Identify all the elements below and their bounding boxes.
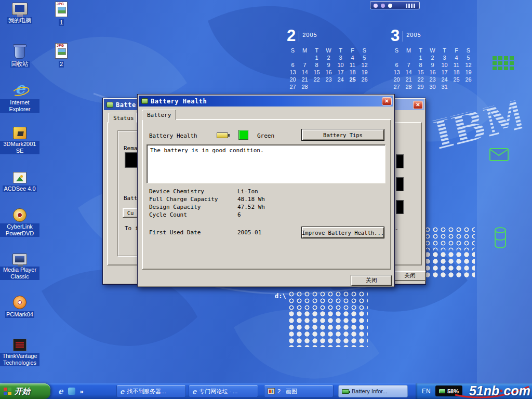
- calendar-day: 11: [347, 62, 358, 68]
- calendar-day: 13: [391, 69, 403, 75]
- calendar-day: 5: [358, 55, 370, 61]
- calendar-day: 10: [438, 62, 450, 68]
- desktop-icon-label: ACDSee 4.0: [3, 185, 36, 192]
- condition-textbox: The battery is in good condition.: [147, 144, 385, 183]
- tab-status[interactable]: Status: [108, 113, 139, 123]
- drive-label: d:\: [275, 292, 286, 300]
- desktop-icon-recycle-bin[interactable]: 回收站: [0, 44, 39, 68]
- battery-icon: [217, 132, 228, 138]
- calendar-day: 17: [438, 69, 450, 75]
- improve-battery-health-button[interactable]: Improve Battery Health...: [302, 227, 384, 238]
- ie-quicklaunch-icon[interactable]: e: [58, 387, 63, 396]
- taskbar-task-server-not-found[interactable]: e 找不到服务器...: [116, 385, 186, 397]
- battery-health-titlebar[interactable]: Battery Health ✕: [139, 96, 393, 107]
- field-label: Device Chemistry: [149, 188, 204, 195]
- desktop-icon-label: Media Player Classic: [0, 267, 39, 280]
- calendar-weekday: F: [347, 47, 358, 54]
- note-label: To i: [125, 225, 139, 232]
- battery-health-label: Battery Health: [149, 132, 197, 139]
- wallpaper-toolbar-art: [370, 1, 420, 9]
- desktop-icon-label: Internet Explorer: [0, 99, 39, 113]
- desktop-icon-powerdvd[interactable]: CyberLink PowerDVD: [0, 207, 39, 237]
- file-label: 1: [59, 19, 64, 26]
- calendar-grid: SMTWTFS123456789101112131415161718192021…: [287, 47, 375, 90]
- calendar-day: 4: [347, 55, 358, 61]
- media-quicklaunch-icon[interactable]: [68, 388, 75, 395]
- file-icon-jpg-1[interactable]: JPG 1: [46, 1, 77, 26]
- calendar-separator: [403, 31, 403, 42]
- calendar-march: 3 2005 SMTWTFS12345678910111213141516171…: [391, 28, 479, 90]
- powerdvd-icon: [13, 208, 26, 222]
- start-button[interactable]: 开始: [0, 383, 50, 399]
- task-label: Battery Infor...: [352, 388, 387, 394]
- calendar-year: 2005: [406, 32, 421, 38]
- close-icon[interactable]: ✕: [382, 97, 392, 105]
- battery-gauge: [125, 152, 138, 168]
- tab-label: Status: [113, 115, 134, 122]
- jpg-file-icon: JPG: [55, 2, 68, 17]
- desktop-icon-acdsee[interactable]: ACDSee 4.0: [0, 169, 39, 193]
- calendar-day: 11: [450, 62, 462, 68]
- calendar-weekday: F: [450, 47, 462, 54]
- calendar-day: 16: [427, 69, 438, 75]
- calendar-day: [323, 84, 335, 90]
- calendar-day: 26: [462, 76, 474, 83]
- battery-mini-icon: [439, 389, 445, 393]
- wallpaper-grid-icon: [493, 56, 497, 60]
- desktop-icon-label: PCMark04: [5, 311, 34, 318]
- calendar-day: 10: [335, 62, 347, 68]
- close-button[interactable]: 关闭: [351, 275, 392, 286]
- desktop-icon-media-player-classic[interactable]: Media Player Classic: [0, 251, 39, 281]
- desktop-icon-internet-explorer[interactable]: Internet Explorer: [0, 82, 39, 113]
- calendar-day: 26: [358, 76, 370, 83]
- calendar-day: [347, 84, 358, 90]
- calendar-day: 12: [462, 62, 474, 68]
- quicklaunch-overflow-chevron[interactable]: »: [80, 388, 84, 395]
- jpg-file-icon: JPG: [55, 43, 68, 59]
- calendar-day: [287, 55, 299, 61]
- close-icon[interactable]: ✕: [413, 101, 423, 109]
- desktop-icon-thinkvantage[interactable]: ThinkVantage Technologies: [0, 337, 39, 367]
- calendar-day: 3: [438, 55, 450, 61]
- first-used-value: 2005-01: [237, 229, 261, 236]
- language-indicator[interactable]: EN: [422, 388, 431, 395]
- desktop-icon-my-computer[interactable]: 我的电脑: [0, 1, 39, 24]
- calendar-day: 4: [450, 55, 462, 61]
- field-value: 6: [237, 211, 241, 218]
- taskbar-task-paint[interactable]: 2 - 画图: [264, 385, 334, 397]
- condition-text: The battery is in good condition.: [150, 147, 264, 154]
- calendar-weekday: S: [391, 47, 403, 54]
- calendar-day: 14: [403, 69, 415, 75]
- desktop-icon-3dmark2001[interactable]: 3DMark2001 SE: [0, 125, 39, 155]
- tab-battery[interactable]: Battery: [142, 110, 176, 120]
- close-button[interactable]: 关闭: [394, 271, 426, 281]
- calendar-weekday: S: [462, 47, 474, 54]
- calendar-day: 1: [311, 55, 323, 61]
- file-icon-jpg-2[interactable]: JPG 2: [46, 43, 77, 68]
- taskbar-task-battery-information[interactable]: Battery Infor...: [338, 385, 408, 397]
- desktop-icon-pcmark04[interactable]: PCMark04: [0, 294, 39, 318]
- calendar-day: 18: [347, 69, 358, 75]
- calendar-header: 3 2005: [391, 28, 479, 45]
- battery-tips-button[interactable]: Battery Tips: [302, 129, 384, 140]
- calendar-day: 20: [391, 76, 403, 83]
- first-used-label: First Used Date: [149, 229, 201, 236]
- internet-explorer-icon: [11, 82, 28, 98]
- wallpaper-dot-grid-outline-center: [288, 291, 368, 311]
- calendar-month-number: 3: [391, 28, 400, 43]
- media-player-classic-icon: [12, 254, 27, 265]
- tab-label: Battery: [147, 112, 171, 118]
- wallpaper-dot-grid-outline-right: [424, 227, 475, 250]
- watermark: 51nb·com: [469, 383, 530, 398]
- my-computer-icon: [12, 3, 28, 15]
- calendar-day: 8: [415, 62, 427, 68]
- calendar-day: 22: [415, 76, 427, 83]
- taskbar-task-forum[interactable]: e 专门网论坛 - ...: [189, 385, 258, 397]
- calendar-day: 19: [358, 69, 370, 75]
- battery-window-icon: [141, 98, 148, 104]
- wallpaper-right-panel: [477, 0, 532, 383]
- calendar-month-number: 2: [287, 28, 296, 43]
- calendar-day: 17: [335, 69, 347, 75]
- calendar-day: 9: [323, 62, 335, 68]
- custom-button[interactable]: Cu: [123, 208, 138, 218]
